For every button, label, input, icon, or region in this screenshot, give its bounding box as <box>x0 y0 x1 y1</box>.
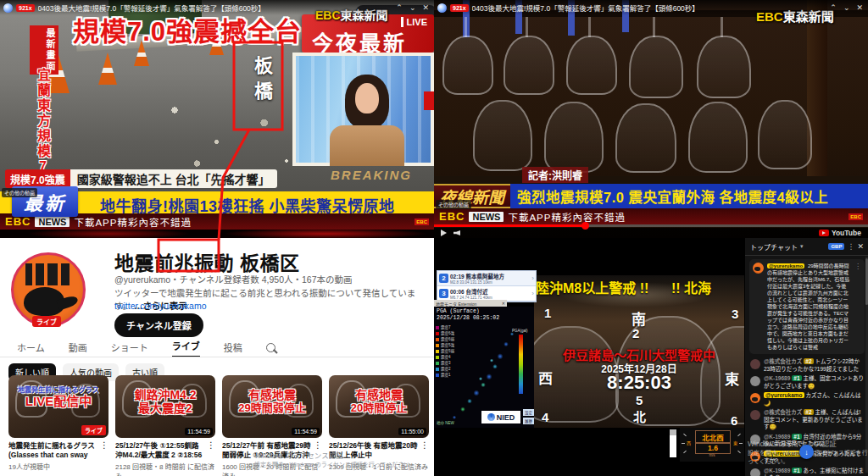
channel-handle-line: @yurerukamo・チャンネル登録者数 4,950人・167本の動画 <box>114 273 353 285</box>
youtube-channel-page: ライブ 地震前兆振動 板橋区 @yurerukamo・チャンネル登録者数 4,9… <box>0 238 434 476</box>
video-card[interactable]: 地震発生前に揺れるグラス LIVE配信中 ライブ 地震発生前に揺れるグラス (G… <box>8 375 108 476</box>
glass-stem <box>653 17 655 37</box>
video-thumbnail[interactable]: 有感地震 20時間停止 11:55:00 <box>329 375 429 438</box>
video-thumbnail[interactable]: 地震発生前に揺れるグラス LIVE配信中 ライブ <box>8 375 108 438</box>
chevron-down-icon[interactable]: ⌄ <box>408 3 418 12</box>
wind-widget: 西 東 北北西 1.6 m/s <box>680 428 744 462</box>
channel-link[interactable]: twitter.com/yurerukamo <box>114 301 207 311</box>
news-logo: NEWS <box>469 212 504 222</box>
tab-videos[interactable]: 動画 <box>69 337 87 357</box>
currency-chip[interactable]: GBP <box>828 243 844 250</box>
video-player-news-glasses[interactable]: 記者:洪則睿 夜線新聞 強烈地震規模7.0 震央宜蘭外海 各地震度4級以上 EB… <box>434 0 868 238</box>
eew-place: 00:06 台湾付近 <box>450 287 530 296</box>
kebab-menu-icon[interactable]: ⋮ <box>100 441 108 460</box>
channel-avatar-icon[interactable] <box>3 3 13 13</box>
avatar-buildings <box>25 263 73 285</box>
tab-posts[interactable]: 投稿 <box>224 337 242 357</box>
duration-badge: 11:54:59 <box>292 428 320 435</box>
glass-stem <box>526 17 528 37</box>
wine-glass <box>758 100 812 169</box>
member-badge: #2 <box>804 409 813 415</box>
close-icon[interactable]: ✕ <box>420 3 431 12</box>
legend-label: 震度7 <box>441 325 451 330</box>
owner-name-chip[interactable]: @yurerukamo <box>764 392 804 398</box>
edge-accent <box>424 91 434 110</box>
video-title[interactable]: 0403後最大地震!規模7.0「警報延後才響」氣象署解答了【頭條600秒】 <box>472 3 826 13</box>
eew-item[interactable]: 2 02:19 熊本県阿蘇地方 M2.8 33.04 131.15 10km › <box>437 271 536 286</box>
glass-stem <box>465 17 467 37</box>
video-title[interactable]: 0403後最大地震!規模7.0「警報延後才響」氣象署解答了【頭條600秒】 <box>38 3 392 13</box>
thumb-line1: 有感地震 <box>329 389 429 402</box>
eew-place: 02:19 熊本県阿蘇地方 <box>450 272 530 280</box>
thumb-line1: 有感地震 <box>222 389 322 402</box>
progress-scrubber[interactable] <box>581 222 589 230</box>
member-badge: #2 <box>804 358 813 364</box>
tab-live[interactable]: ライブ <box>172 335 200 357</box>
chevron-down-icon[interactable]: ⌄ <box>842 3 852 12</box>
close-icon[interactable]: ✕ <box>857 242 864 251</box>
window-close-icon[interactable]: ✕ <box>502 301 505 306</box>
legend-label: 震度5弱 <box>441 349 454 354</box>
video-title[interactable]: 地震発生前に揺れるグラス (Glasses that can sway befo… <box>8 441 97 460</box>
chat-message: @株式会社カズ#2主様、こんばんは!固定コメント、更新ありがとうございます🙂 <box>745 407 868 431</box>
chat-username[interactable]: @株式会社カズ <box>764 358 802 364</box>
chat-message: @yurerukamoカズさん、こんばんは🌙 <box>745 390 868 407</box>
jump-to-latest-button[interactable]: ↓ <box>799 445 814 459</box>
kebab-menu-icon[interactable]: ⋮ <box>854 263 861 351</box>
history-button[interactable]: 履歴 <box>523 418 534 424</box>
chevron-down-icon[interactable]: ▾ <box>800 243 804 250</box>
chat-username[interactable]: @K-19689 <box>764 375 790 381</box>
ebc-corner-tag: EBC <box>415 219 429 225</box>
owner-avatar <box>753 263 764 274</box>
kebab-menu-icon[interactable]: ⋮ <box>847 242 854 251</box>
video-card[interactable]: 釧路沖M4.2 最大震度2 11:54:59 25/12/27午後 ①12:55… <box>115 375 215 476</box>
viewer-count-badge: 921x <box>16 4 35 12</box>
volume-icon[interactable] <box>453 230 460 235</box>
video-thumbnail[interactable]: 有感地震 29時間弱停止 11:54:59 <box>222 375 322 438</box>
chevron-up-icon[interactable]: ⌃ <box>828 3 838 12</box>
cam-marker-6: 6 <box>731 413 737 428</box>
close-icon[interactable]: ✕ <box>854 3 865 12</box>
owner-name-chip[interactable]: @yurerukamo <box>767 263 804 268</box>
kebab-menu-icon[interactable]: ⋮ <box>420 441 429 460</box>
video-title[interactable]: 25/12/27午後 ①12:55釧路沖M4.2/最大震度 2 ②18:56豊後… <box>115 441 204 460</box>
chat-mode-selector[interactable]: トップチャット <box>750 242 798 252</box>
cam-marker-east: 東 <box>725 368 739 389</box>
chevron-right-icon: › <box>531 290 534 297</box>
chevron-up-icon[interactable]: ⌃ <box>394 3 404 12</box>
intensity-legend: 震度7 震度6強 震度6弱 震度5強 震度5弱 震度4 震度3 震度2 震度1 <box>436 325 454 378</box>
channel-avatar-icon[interactable] <box>437 3 447 13</box>
legend-label: 震度3 <box>441 361 451 366</box>
user-avatar <box>750 410 760 420</box>
subscribe-button[interactable]: チャンネル登録 <box>114 313 203 337</box>
wood-post <box>807 0 827 195</box>
quake-monitor-stream[interactable]: 陸沖M8以上警戒 !! !! 北海 1 南 3 2 伊豆諸島〜石川大型警戒中 2… <box>434 238 868 476</box>
cam-marker-2: 2 <box>632 326 639 340</box>
progress-played <box>434 224 585 227</box>
more-videos-overlay[interactable]: その他の動画 <box>436 200 471 209</box>
wine-glass <box>442 36 493 95</box>
play-icon[interactable] <box>441 230 447 236</box>
thumb-text: 有感地震 20時間停止 <box>329 389 429 414</box>
thumb-text: 釧路沖M4.2 最大震度2 <box>115 389 215 415</box>
more-videos-overlay[interactable]: その他の動画 <box>2 188 37 197</box>
windows-activation-watermark: Windows のライセンス認証 設定を開き、Windows のライセンス認証を… <box>254 450 415 468</box>
settings-button[interactable]: 設定 <box>523 409 534 416</box>
wine-glass <box>566 36 617 95</box>
tab-home[interactable]: ホーム <box>17 337 45 357</box>
video-thumbnail[interactable]: 釧路沖M4.2 最大震度2 11:54:59 <box>115 375 215 438</box>
live-badge: ライブ <box>81 425 106 435</box>
cam-marker-north: 北 <box>633 407 646 425</box>
chat-username[interactable]: @株式会社カズ <box>764 409 802 415</box>
pinned-comment[interactable]: @yurerukamo 29時間弱の長時間の有感地震停止とあり大型地震警戒中だっ… <box>749 259 865 354</box>
pga-time: 2025/12/28 08:25:02 <box>437 315 499 321</box>
ebc-corner-tag: EBC <box>849 213 863 220</box>
wine-glass <box>544 102 604 173</box>
video-player-news-street[interactable]: 規模7.0強震撼全台 最新畫面 宜蘭東方規模7強震 板橋 EBC東森新聞 LIV… <box>0 0 434 238</box>
brand-headline-row: 夜線新聞 強烈地震規模7.0 震央宜蘭外海 各地震度4級以上 <box>434 184 868 208</box>
search-icon[interactable] <box>266 338 275 357</box>
youtube-logo[interactable]: YouTube <box>819 229 861 237</box>
tab-shorts[interactable]: ショート <box>111 337 148 357</box>
chat-username[interactable]: @K-19689 <box>764 468 790 473</box>
kebab-menu-icon[interactable]: ⋮ <box>207 441 215 460</box>
